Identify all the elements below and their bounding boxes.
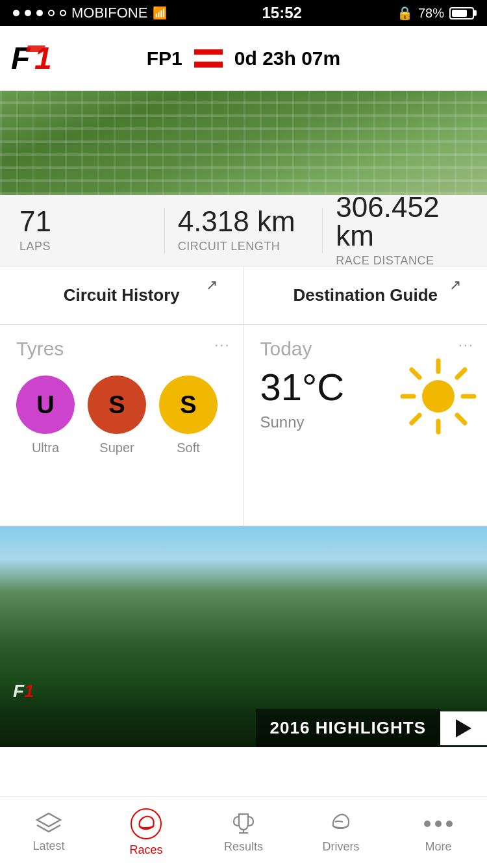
play-button[interactable]	[440, 711, 487, 745]
carrier-name: MOBIFONE	[71, 5, 147, 21]
f1-logo: F 1	[10, 39, 68, 78]
dot-2	[435, 821, 442, 827]
helmet-icon	[136, 815, 156, 833]
countdown-timer: 0d 23h 07m	[234, 47, 340, 70]
video-f1-logo: F1	[13, 681, 34, 702]
destination-guide-label: Destination Guide	[293, 285, 438, 305]
app-header: F 1 FP1 0d 23h 07m	[0, 26, 487, 91]
tyres-row: U Ultra S Super S Soft	[16, 376, 227, 455]
video-overlay: 2016 HIGHLIGHTS	[256, 709, 487, 747]
stat-laps: 71 LAPS	[19, 207, 151, 253]
video-section[interactable]: F1 2016 HIGHLIGHTS	[0, 526, 487, 747]
stat-divider-2	[322, 208, 323, 253]
nav-item-more[interactable]: More	[390, 811, 487, 854]
svg-marker-12	[37, 813, 60, 826]
lock-icon: 🔒	[397, 5, 413, 21]
trophy-icon	[231, 811, 256, 836]
stat-divider-1	[164, 208, 165, 253]
circuit-aerial-view	[0, 91, 487, 195]
flag-bottom	[194, 62, 223, 68]
battery-fill	[452, 10, 467, 17]
wifi-icon: 📶	[153, 6, 167, 20]
race-distance-value: 306.452 km	[336, 193, 468, 250]
tyre-soft: S Soft	[159, 376, 218, 455]
driver-helmet-icon	[329, 811, 353, 836]
tyre-soft-circle: S	[159, 376, 218, 434]
race-distance-label: RACE DISTANCE	[336, 254, 434, 268]
stat-race-distance: 306.452 km RACE DISTANCE	[336, 193, 468, 268]
nav-item-drivers[interactable]: Drivers	[292, 811, 390, 854]
circuit-length-value: 4.318 km	[178, 207, 295, 236]
two-col-section: ··· Tyres U Ultra S Super S Soft ··· Tod…	[0, 325, 487, 526]
circuit-image	[0, 91, 487, 195]
status-left: MOBIFONE 📶	[13, 5, 167, 21]
tyres-section: ··· Tyres U Ultra S Super S Soft	[0, 325, 244, 526]
external-link-icon-1: ↗	[206, 277, 218, 294]
tyre-ultra: U Ultra	[16, 376, 75, 455]
signal-dot-5	[60, 10, 66, 16]
status-bar: MOBIFONE 📶 15:52 🔒 78%	[0, 0, 487, 26]
header-info: FP1 0d 23h 07m	[147, 47, 340, 70]
battery-icon	[449, 7, 474, 19]
svg-line-8	[457, 415, 465, 423]
circuit-history-link[interactable]: ↗ Circuit History	[0, 266, 244, 324]
weather-today-label: Today	[260, 338, 471, 360]
stat-circuit-length: 4.318 km CIRCUIT LENGTH	[178, 207, 310, 253]
nav-label-latest: Latest	[32, 839, 64, 853]
circuit-length-label: CIRCUIT LENGTH	[178, 240, 281, 253]
nav-label-more: More	[425, 840, 451, 854]
play-triangle-icon	[456, 719, 471, 737]
stats-bar: 71 LAPS 4.318 km CIRCUIT LENGTH 306.452 …	[0, 195, 487, 266]
tyre-super-label: Super	[99, 440, 134, 455]
nav-label-results: Results	[224, 840, 263, 854]
status-time: 15:52	[262, 4, 301, 22]
links-row: ↗ Circuit History ↗ Destination Guide	[0, 266, 487, 325]
dot-3	[446, 821, 453, 827]
more-dots-icon	[424, 811, 453, 836]
circuit-history-label: Circuit History	[64, 285, 180, 305]
nav-item-races[interactable]: Races	[97, 808, 195, 857]
tyre-super: S Super	[88, 376, 146, 455]
weather-section: ··· Today 31°C Sunny	[244, 325, 488, 526]
svg-line-10	[412, 415, 419, 423]
tyre-super-circle: S	[88, 376, 146, 434]
dot-1	[424, 821, 431, 827]
status-right: 🔒 78%	[397, 5, 474, 21]
sun-icon	[399, 357, 477, 435]
layers-icon	[36, 812, 62, 836]
external-link-icon-2: ↗	[449, 277, 461, 294]
video-label-text: 2016 HIGHLIGHTS	[270, 718, 426, 738]
signal-dot-2	[25, 10, 31, 16]
nav-label-races: Races	[129, 843, 162, 857]
tyres-title: Tyres	[16, 338, 227, 360]
flag-middle	[194, 55, 223, 62]
signal-dot-1	[13, 10, 19, 16]
destination-guide-link[interactable]: ↗ Destination Guide	[244, 266, 488, 324]
laps-label: LAPS	[19, 240, 51, 253]
signal-dot-4	[48, 10, 55, 16]
flag-top	[194, 49, 223, 55]
svg-point-11	[422, 380, 455, 413]
svg-line-9	[457, 370, 465, 377]
tyres-menu-icon[interactable]: ···	[214, 337, 230, 353]
svg-line-7	[412, 370, 419, 377]
tyre-ultra-circle: U	[16, 376, 75, 434]
tyre-soft-label: Soft	[177, 440, 200, 455]
video-label-bg: 2016 HIGHLIGHTS	[256, 709, 440, 747]
races-icon	[131, 808, 162, 839]
austria-flag	[194, 49, 223, 68]
session-label: FP1	[147, 47, 182, 70]
signal-dot-3	[36, 10, 43, 16]
nav-item-latest[interactable]: Latest	[0, 812, 97, 853]
laps-value: 71	[19, 207, 51, 236]
bottom-nav: Latest Races Results Drivers	[0, 797, 487, 868]
nav-item-results[interactable]: Results	[195, 811, 292, 854]
nav-label-drivers: Drivers	[323, 840, 360, 854]
svg-marker-2	[26, 45, 45, 52]
battery-percent: 78%	[418, 6, 444, 21]
tyre-ultra-label: Ultra	[32, 440, 59, 455]
weather-menu-icon[interactable]: ···	[458, 337, 474, 353]
